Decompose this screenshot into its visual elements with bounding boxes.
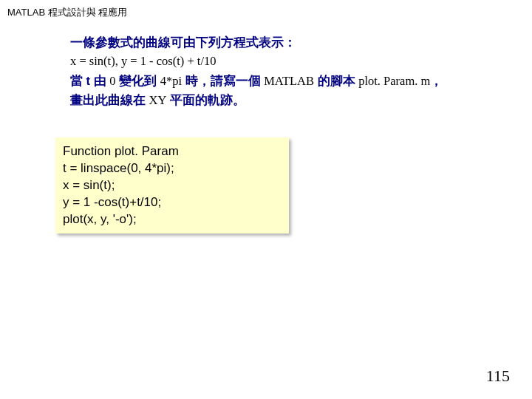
prompt-4-seg2: XY [149,93,167,107]
prompt-line-1: 一條參數式的曲線可由下列方程式表示： [70,33,510,52]
prompt-3-seg3: 變化到 [116,74,160,87]
prompt-3-seg9: ， [430,74,443,87]
page-number: 115 [486,366,510,386]
code-line-5: plot(x, y, '-o'); [63,211,282,228]
prompt-line-3: 當 t 由 0 變化到 4*pi 時，請寫一個 MATLAB 的腳本 plot.… [70,72,510,91]
prompt-4-seg3: 平面的軌跡。 [166,93,245,106]
prompt-3-seg8: plot. Param. m [358,74,430,88]
prompt-3-seg7: 的腳本 [314,74,358,87]
prompt-3-seg1: 當 t 由 [70,74,109,87]
page-title: MATLAB 程式設計與 程應用 [7,6,127,19]
prompt-3-seg5: 時，請寫一個 [182,74,264,87]
prompt-line-2: x = sin(t), y = 1 - cos(t) + t/10 [70,52,510,71]
code-line-4: y = 1 -cos(t)+t/10; [63,194,282,211]
prompt-3-seg2: 0 [109,74,115,88]
prompt-3-seg4: 4*pi [160,74,182,88]
prompt-3-seg6: MATLAB [264,74,314,88]
code-block: Function plot. Param t = linspace(0, 4*p… [55,137,289,233]
code-line-2: t = linspace(0, 4*pi); [63,160,282,177]
code-line-3: x = sin(t); [63,177,282,194]
prompt-4-seg1: 畫出此曲線在 [70,93,149,106]
code-line-1: Function plot. Param [63,143,282,160]
prompt-line-4: 畫出此曲線在 XY 平面的軌跡。 [70,91,510,110]
problem-statement: 一條參數式的曲線可由下列方程式表示： x = sin(t), y = 1 - c… [70,33,510,110]
